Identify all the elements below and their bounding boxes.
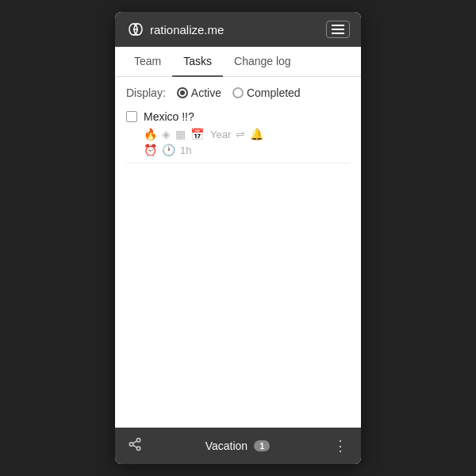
radio-dot-active	[177, 87, 188, 98]
tab-changelog[interactable]: Change log	[223, 47, 302, 77]
footer-share-icon[interactable]	[128, 437, 142, 455]
display-filter-row: Display: Active Completed	[126, 86, 350, 99]
navbar: rationalize.me	[115, 12, 361, 47]
footer-badge: 1	[254, 440, 270, 451]
brain-icon	[126, 20, 145, 39]
task-time-row: ⏰ 🕐 1h	[126, 144, 350, 156]
svg-line-9	[132, 441, 136, 443]
hamburger-button[interactable]	[326, 21, 350, 38]
share-icon: ⇌	[236, 128, 245, 140]
footer-title-area: Vacation 1	[205, 440, 271, 452]
svg-point-5	[136, 439, 140, 443]
radio-dot-completed	[232, 87, 244, 98]
footer-more-button[interactable]: ⋮	[333, 437, 348, 455]
task-item: Mexico !!? 🔥 ◈ ▦ 📅 Year ⇌ 🔔 ⏰	[126, 110, 350, 163]
radio-active[interactable]: Active	[177, 86, 221, 99]
radio-active-label: Active	[191, 86, 221, 99]
footer-bar: Vacation 1 ⋮	[115, 428, 361, 464]
calendar-icon[interactable]: 📅	[190, 128, 204, 140]
clock-icon: 🕐	[162, 144, 175, 156]
bell-icon: 🔔	[250, 128, 263, 140]
svg-point-6	[129, 443, 133, 447]
tab-tasks[interactable]: Tasks	[172, 47, 223, 77]
task-title: Mexico !!?	[144, 110, 194, 123]
alarm-icon: ⏰	[144, 144, 157, 156]
task-checkbox[interactable]	[126, 111, 137, 122]
phone-frame: rationalize.me Team Tasks Change log Dis…	[115, 12, 361, 464]
display-label: Display:	[126, 86, 166, 99]
task-date: Year	[210, 129, 231, 140]
fire-icon: 🔥	[144, 128, 157, 140]
svg-line-8	[132, 445, 136, 447]
checklist-icon: ▦	[175, 128, 186, 140]
task-header: Mexico !!?	[126, 110, 350, 123]
brand-name: rationalize.me	[150, 23, 224, 36]
task-icons-row: 🔥 ◈ ▦ 📅 Year ⇌ 🔔	[126, 128, 350, 140]
navbar-brand: rationalize.me	[126, 20, 224, 39]
main-content: Display: Active Completed Mexico !!? 🔥 ◈	[115, 77, 361, 428]
hamburger-line-1	[332, 25, 344, 26]
radio-completed[interactable]: Completed	[232, 86, 301, 99]
svg-point-7	[136, 447, 140, 451]
task-time: 1h	[180, 144, 191, 156]
radio-completed-label: Completed	[247, 86, 301, 99]
hamburger-line-2	[332, 29, 344, 30]
hamburger-line-3	[332, 33, 344, 34]
diamond-icon: ◈	[162, 128, 171, 140]
footer-title: Vacation	[205, 440, 248, 452]
tabs-bar: Team Tasks Change log	[115, 47, 361, 77]
tab-team[interactable]: Team	[123, 47, 172, 77]
